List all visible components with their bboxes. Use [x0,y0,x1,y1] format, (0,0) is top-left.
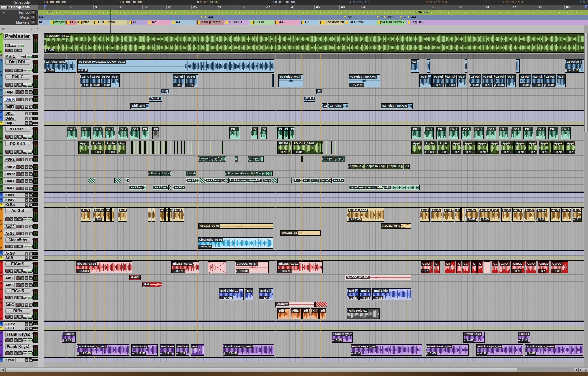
track-lane-mstr1[interactable] [44,54,584,59]
audio-clip[interactable]: Ga [462,261,470,273]
track-name-frank-keys1[interactable]: Frank Keys1 [5,344,30,349]
audio-clip[interactable]: GatOl [129,275,141,280]
track-row-kysv[interactable]: KysVSM [0,358,38,362]
clip-gain-badge[interactable]: 0 dB [464,339,474,342]
track-list-view-icon[interactable]: ▤ [2,27,5,31]
audio-clip[interactable]: Loops [248,156,264,162]
clip-gain-badge[interactable]: 0 dB [495,83,505,87]
audio-clip[interactable] [169,185,171,190]
clip-gain-badge[interactable]: 0 dB [425,150,435,154]
input-monitor-button[interactable]: I [9,296,13,299]
track-name-riffs[interactable]: Riffs [5,308,30,314]
mute-button[interactable]: M [18,269,22,273]
clip-gain-badge[interactable]: 0 dB [446,83,456,87]
audio-clip[interactable]: 02 P [419,74,432,87]
audio-clip[interactable]: Apple0 dB [539,141,552,154]
input-monitor-button[interactable]: I [9,69,13,72]
clip-gain-badge[interactable]: 0 d [538,269,546,273]
track-row-pd-perc1[interactable]: ▶PD Perc 1▾ISMwvred [0,126,38,141]
audio-clip[interactable]: App [118,141,126,154]
audio-clip[interactable]: Frank K+1.5 [176,344,189,356]
collapse-toggle-icon[interactable] [0,164,2,166]
audio-clip[interactable]: PD T [130,127,140,139]
mute-button[interactable]: M [29,121,33,125]
clip-gain-badge[interactable]: 0 dB [278,150,288,154]
solo-button[interactable]: S [25,193,28,197]
audio-clip[interactable]: PreMaster_04-010 dB [44,33,584,53]
solo-button[interactable]: S [25,187,28,190]
collapse-toggle-icon[interactable] [0,288,2,290]
track-row-didj-c[interactable]: ▶Didj-C▾ISMwvred [0,74,38,89]
horizontal-scrollbar[interactable]: ◀ ◀ ▶ ◢ [0,367,588,372]
clip-gain-badge[interactable]: -8.4 [259,296,269,299]
automation-mode-button[interactable]: red [28,245,33,248]
record-enable-button[interactable] [16,232,20,235]
marker-flag-icon[interactable] [129,21,132,24]
track-lane-ultrbt[interactable]: UltrabUltraUltrabUltrabeat African Kit.R… [44,171,584,178]
audio-clip[interactable]: Apple0 dB [552,141,565,154]
input-monitor-button[interactable]: I [9,217,13,221]
collapse-toggle-icon[interactable] [0,54,2,56]
track-name-arb2[interactable]: Arb2 [4,276,15,280]
track-name-ddj-l[interactable]: Ddj-L [4,90,16,94]
audio-clip[interactable]: Appl [411,141,422,154]
audio-clip[interactable]: Apple0 dB [476,141,489,154]
audio-clip[interactable]: Ac G [512,208,523,222]
input-monitor-button[interactable]: I [20,105,24,109]
audio-clip[interactable] [155,141,156,154]
track-name-premaster[interactable]: PreMaster [3,33,31,40]
input-monitor-button[interactable]: I [9,83,13,87]
track-row-ddj-r[interactable]: Ddj-RISM [0,96,38,103]
mute-button[interactable]: M [29,187,33,190]
audio-clip[interactable]: AcGat2_08-0 [381,223,411,229]
audio-clip[interactable]: Ac [455,208,461,222]
track-name-pdp2[interactable]: PDP2 [4,157,16,162]
audio-clip[interactable]: PD [142,127,149,139]
collapse-toggle-icon[interactable] [0,237,2,239]
clip-gain-badge[interactable]: -4.3 dB [566,69,579,72]
audio-clip[interactable]: 02 Pul0 dB [544,74,556,87]
track-row-elgats[interactable]: ▶ElGatS▾ISMwvred [0,261,38,275]
track-row-acgv[interactable]: AcGVSM [0,251,38,256]
input-monitor-button[interactable]: I [20,98,24,101]
clip-gain-badge[interactable]: 0 dB [438,150,448,154]
track-lane-acgv[interactable] [44,251,584,256]
marker-flag-icon[interactable] [408,21,410,24]
scroll-corner-icon[interactable]: ◢ [583,368,588,372]
audio-clip[interactable]: Ultra [161,171,171,176]
track-row-frank-keys2[interactable]: ▶Frank Keys2▾ISMwvred [0,331,38,344]
automation-mode-button[interactable]: red [28,83,33,87]
vertical-scrollbar-thumb[interactable] [584,33,588,132]
track-name-agb[interactable]: AGB [4,256,14,260]
collapse-toggle-icon[interactable] [0,261,2,263]
audio-clip[interactable]: PD T [461,127,471,139]
audio-clip[interactable]: PD T [81,127,91,139]
collapse-toggle-icon[interactable] [0,251,2,253]
solo-button[interactable]: S [25,121,28,125]
audio-clip[interactable]: Ril [319,308,326,319]
collapse-toggle-icon[interactable] [0,198,2,200]
audio-clip[interactable]: Riffs [291,308,302,319]
audio-clip[interactable]: Ac Gat_10-01+2.3 dB [347,208,384,222]
collapse-toggle-icon[interactable] [0,256,2,258]
audio-clip[interactable]: GatOD1_03-100 [345,275,411,280]
collapse-toggle-icon[interactable] [0,103,2,105]
record-enable-button[interactable] [16,172,20,176]
audio-clip[interactable]: kick&s [332,178,344,183]
solo-button[interactable]: S [14,245,18,248]
marker-label[interactable]: A4 [279,20,283,24]
track-row-premaster[interactable]: ▶PreMaster▾ISM◷waveread [0,33,38,54]
clip-gain-badge[interactable]: 0 dB [545,83,555,87]
clip-gain-badge[interactable]: 0 dB [520,83,530,87]
chevron-down-icon[interactable]: ▾ [32,262,33,265]
collapse-toggle-icon[interactable] [0,302,2,304]
chevron-down-icon[interactable]: ▾ [32,309,33,312]
track-name-clean5ths[interactable]: Clean5ths [5,237,30,243]
audio-clip[interactable] [131,141,133,154]
timeline-insertion-flag[interactable] [585,5,588,9]
input-monitor-button[interactable]: I [20,158,24,161]
audio-clip[interactable]: Didj [161,89,170,94]
solo-button[interactable]: S [14,315,18,319]
waveform-view-button[interactable]: wv [22,338,27,342]
audio-clip[interactable]: A [105,208,111,222]
